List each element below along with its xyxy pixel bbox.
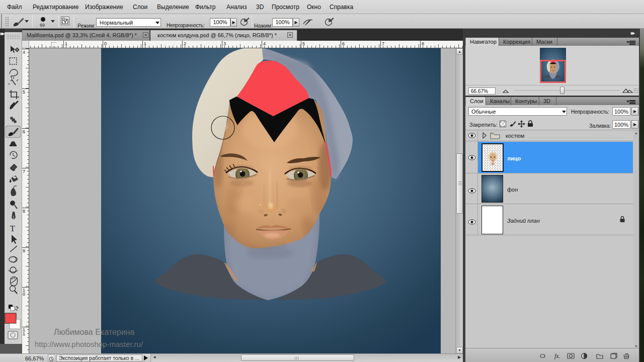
svg-text:T: T bbox=[10, 224, 15, 233]
svg-text:fx.: fx. bbox=[554, 352, 560, 359]
